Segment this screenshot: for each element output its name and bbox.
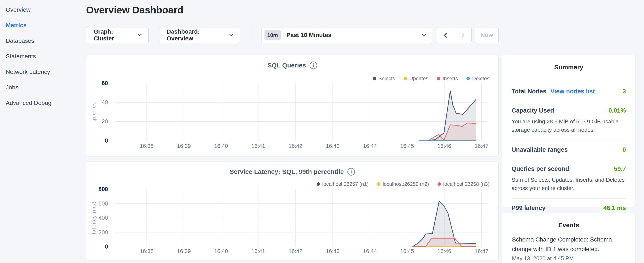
- sidebar-item-metrics[interactable]: Metrics: [6, 22, 85, 28]
- x-axis-ticks: 16:3816:3916:4016:4116:4216:4316:4416:45…: [115, 248, 487, 256]
- chart-plot[interactable]: [115, 189, 487, 247]
- x-tick-label: 16:38: [140, 143, 154, 149]
- legend-label: Inserts: [443, 76, 458, 82]
- legend-item[interactable]: Updates: [404, 76, 428, 82]
- x-tick-label: 16:39: [177, 143, 191, 149]
- sql-queries-chart-card: SQL Queries i SelectsUpdatesInsertsDelet…: [86, 55, 498, 156]
- legend-dot-icon: [437, 77, 440, 80]
- legend-item[interactable]: Selects: [373, 76, 395, 82]
- summary-row-label: P99 latency: [512, 204, 546, 211]
- x-tick-label: 16:40: [214, 143, 228, 149]
- summary-row-value: 3: [622, 88, 626, 95]
- y-tick-label: 200: [98, 229, 108, 236]
- x-tick-label: 16:47: [474, 248, 488, 254]
- legend-item[interactable]: localhost:26259 (n2): [377, 181, 429, 187]
- y-tick-label: 0: [105, 243, 108, 250]
- chevron-left-icon: [444, 33, 449, 38]
- legend-label: localhost:26258 (n3): [443, 181, 490, 187]
- chart-title: Service Latency: SQL, 99th percentile: [230, 168, 344, 175]
- chart-title: SQL Queries: [268, 62, 306, 69]
- x-tick-label: 16:46: [437, 143, 451, 149]
- x-tick-label: 16:41: [251, 143, 265, 149]
- summary-row-value: 59.7: [614, 165, 626, 172]
- next-time-button[interactable]: [454, 27, 472, 43]
- graph-scope-dropdown[interactable]: Graph: Cluster: [86, 27, 148, 43]
- x-tick-label: 16:43: [326, 248, 340, 254]
- legend-label: Deletes: [472, 76, 490, 82]
- y-tick-label: 600: [98, 200, 108, 207]
- chart-plot[interactable]: [115, 83, 487, 141]
- y-axis-title: latency (ms): [91, 189, 97, 246]
- summary-row-description: Sum of Selects, Updates, Inserts, and De…: [512, 176, 626, 192]
- legend-dot-icon: [404, 77, 407, 80]
- summary-row-label: Capacity Used: [512, 107, 554, 114]
- chevron-down-icon: [138, 32, 142, 36]
- x-tick-label: 16:47: [474, 143, 488, 149]
- dashboard-label: Dashboard: Overview: [167, 28, 225, 42]
- legend-dot-icon: [438, 182, 441, 186]
- legend-item[interactable]: localhost:26257 (n1): [316, 181, 368, 187]
- y-tick-label: 60: [102, 80, 108, 87]
- summary-row-label: Total Nodes: [512, 88, 546, 95]
- graph-scope-label: Graph: Cluster: [94, 28, 133, 42]
- dashboard-dropdown[interactable]: Dashboard: Overview: [159, 27, 240, 43]
- legend-label: localhost:26259 (n2): [383, 181, 429, 187]
- event-text: Schema Change Completed: Schema change w…: [512, 235, 626, 254]
- y-tick-label: 40: [102, 99, 108, 106]
- y-tick-label: 400: [98, 214, 108, 221]
- info-icon[interactable]: i: [348, 168, 355, 176]
- summary-row-value: 0: [622, 146, 626, 153]
- sidebar-item-network-latency[interactable]: Network Latency: [6, 69, 85, 75]
- y-tick-label: 20: [102, 118, 108, 125]
- view-nodes-link[interactable]: View nodes list: [550, 88, 595, 95]
- y-tick-label: 800: [98, 186, 108, 193]
- divider: [252, 27, 253, 43]
- summary-row-label: Unavailable ranges: [512, 146, 568, 153]
- x-tick-label: 16:39: [177, 248, 191, 254]
- y-tick-label: 0: [105, 137, 108, 144]
- events-panel: Events Schema Change Completed: Schema c…: [502, 213, 636, 263]
- legend-dot-icon: [466, 77, 470, 80]
- x-tick-label: 16:44: [363, 248, 377, 254]
- now-button[interactable]: Now: [475, 27, 498, 43]
- x-tick-label: 16:40: [214, 248, 228, 254]
- x-tick-label: 16:38: [140, 248, 154, 254]
- event-item[interactable]: Schema Change Completed: Schema change w…: [512, 235, 626, 262]
- sidebar-item-advanced-debug[interactable]: Advanced Debug: [6, 100, 85, 106]
- y-axis-ticks: 0200400600800: [86, 189, 112, 247]
- sidebar-item-databases[interactable]: Databases: [6, 38, 85, 44]
- time-range-label: Past 10 Minutes: [286, 32, 332, 39]
- time-range-picker[interactable]: 10m Past 10 Minutes: [261, 27, 432, 43]
- time-range-badge: 10m: [264, 30, 281, 40]
- legend-item[interactable]: Inserts: [437, 76, 458, 82]
- legend-item[interactable]: localhost:26258 (n3): [438, 181, 490, 187]
- legend-item[interactable]: Deletes: [466, 76, 490, 82]
- summary-row: Total NodesView nodes list3: [512, 82, 626, 101]
- y-axis-title: queries: [91, 83, 97, 140]
- legend-label: Selects: [378, 76, 395, 82]
- summary-row-value: 0.01%: [608, 107, 626, 114]
- chart-canvas: [115, 83, 487, 141]
- summary-row-value: 46.1 ms: [604, 204, 626, 211]
- sidebar-item-statements[interactable]: Statements: [6, 53, 85, 59]
- prev-time-button[interactable]: [437, 27, 454, 43]
- chevron-right-icon: [460, 33, 464, 38]
- summary-row: Capacity Used0.01%You are using 28.6 MiB…: [512, 101, 626, 140]
- sidebar-item-jobs[interactable]: Jobs: [6, 85, 85, 90]
- events-title: Events: [512, 221, 626, 229]
- summary-rows: Total NodesView nodes list3Capacity Used…: [512, 82, 626, 217]
- legend-dot-icon: [316, 182, 320, 186]
- x-tick-label: 16:44: [363, 143, 377, 149]
- event-timestamp: May 13, 2020 at 4:45 PM: [512, 255, 626, 262]
- summary-row-label: Queries per second: [512, 165, 569, 172]
- sidebar-item-overview[interactable]: Overview: [6, 7, 85, 13]
- controls-bar: Graph: Cluster Dashboard: Overview 10m P…: [86, 27, 498, 43]
- x-tick-label: 16:46: [437, 248, 451, 254]
- x-tick-label: 16:42: [288, 248, 302, 254]
- x-tick-label: 16:42: [288, 143, 302, 149]
- time-pager: [437, 27, 472, 43]
- x-tick-label: 16:45: [400, 143, 414, 149]
- sidebar: OverviewMetricsDatabasesStatementsNetwor…: [0, 0, 85, 263]
- chart-canvas: [115, 189, 487, 247]
- info-icon[interactable]: i: [310, 62, 317, 69]
